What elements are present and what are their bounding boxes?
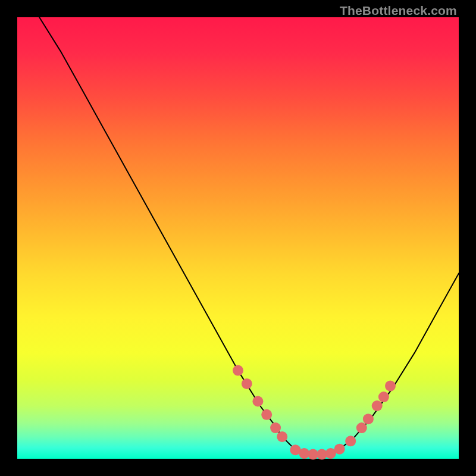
- data-dot: [261, 409, 272, 420]
- data-dot: [363, 414, 374, 424]
- data-dot: [372, 400, 383, 411]
- data-dot: [233, 365, 243, 376]
- bottleneck-curve: [39, 17, 459, 455]
- chart-container: TheBottleneck.com: [0, 0, 476, 476]
- data-dot: [345, 436, 356, 446]
- data-dot: [356, 422, 367, 433]
- data-dot: [242, 378, 252, 389]
- data-dot: [385, 381, 396, 392]
- data-dot: [378, 392, 389, 402]
- data-dot: [277, 431, 287, 442]
- data-dots: [233, 365, 396, 460]
- data-dot: [252, 396, 263, 407]
- data-dot: [270, 422, 281, 433]
- chart-svg: [0, 0, 476, 476]
- data-dot: [334, 444, 345, 455]
